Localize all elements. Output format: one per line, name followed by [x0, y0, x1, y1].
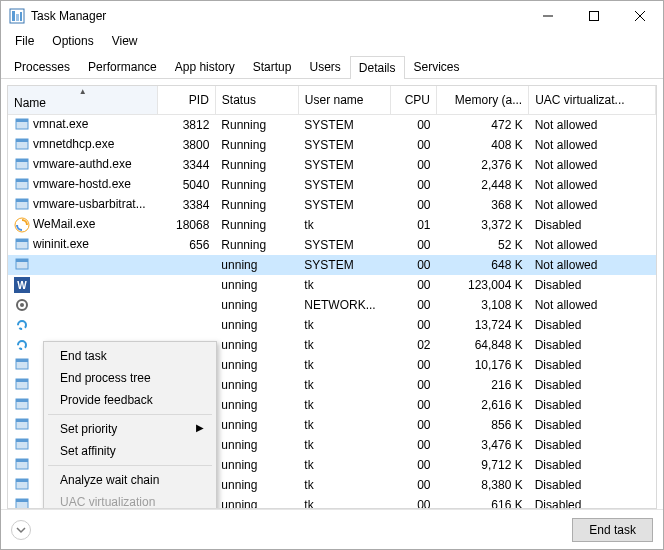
expand-button[interactable]: [11, 520, 31, 540]
process-pid: 3800: [158, 135, 216, 155]
col-header-user[interactable]: User name: [298, 86, 390, 115]
process-icon: [14, 157, 30, 173]
process-name: vmnat.exe: [33, 117, 88, 131]
process-cpu: 00: [390, 475, 436, 495]
process-icon: [14, 137, 30, 153]
process-icon: [14, 117, 30, 133]
submenu-arrow-icon: ▶: [196, 422, 204, 433]
tab-app-history[interactable]: App history: [166, 55, 244, 78]
process-icon: [14, 397, 30, 413]
table-row[interactable]: WeMail.exe18068Runningtk013,372 KDisable…: [8, 215, 656, 235]
process-cpu: 00: [390, 415, 436, 435]
process-cpu: 00: [390, 195, 436, 215]
svg-rect-17: [16, 199, 28, 202]
process-cpu: 00: [390, 455, 436, 475]
process-pid: [158, 295, 216, 315]
footer: End task: [1, 509, 663, 549]
process-uac: Not allowed: [529, 295, 656, 315]
svg-rect-5: [590, 12, 599, 21]
svg-rect-30: [16, 379, 28, 382]
process-cpu: 01: [390, 215, 436, 235]
ctx-separator: [48, 465, 212, 466]
process-uac: Disabled: [529, 395, 656, 415]
menu-options[interactable]: Options: [44, 32, 101, 50]
table-row[interactable]: Wunningtk00123,004 KDisabled: [8, 275, 656, 295]
process-cpu: 00: [390, 315, 436, 335]
process-icon: [14, 217, 30, 233]
tab-processes[interactable]: Processes: [5, 55, 79, 78]
tab-performance[interactable]: Performance: [79, 55, 166, 78]
process-cpu: 00: [390, 255, 436, 275]
process-mem: 8,380 K: [437, 475, 529, 495]
menubar: File Options View: [1, 31, 663, 51]
minimize-button[interactable]: [525, 1, 571, 31]
svg-rect-34: [16, 419, 28, 422]
table-row[interactable]: vmware-usbarbitrat...3384RunningSYSTEM00…: [8, 195, 656, 215]
process-user: tk: [298, 415, 390, 435]
svg-rect-20: [16, 239, 28, 242]
menu-file[interactable]: File: [7, 32, 42, 50]
process-status: unning: [215, 475, 298, 495]
process-table-wrap: ▲Name PID Status User name CPU Memory (a…: [7, 85, 657, 509]
ctx-wait-chain[interactable]: Analyze wait chain: [46, 469, 214, 491]
process-uac: Not allowed: [529, 255, 656, 275]
process-uac: Disabled: [529, 475, 656, 495]
col-header-status[interactable]: Status: [215, 86, 298, 115]
svg-rect-42: [16, 499, 28, 502]
maximize-button[interactable]: [571, 1, 617, 31]
process-cpu: 00: [390, 495, 436, 509]
process-mem: 123,004 K: [437, 275, 529, 295]
process-uac: Disabled: [529, 415, 656, 435]
process-status: unning: [215, 315, 298, 335]
svg-rect-22: [16, 259, 28, 262]
table-row[interactable]: unningtk0013,724 KDisabled: [8, 315, 656, 335]
col-label: Name: [14, 96, 46, 110]
menu-view[interactable]: View: [104, 32, 146, 50]
process-status: Running: [215, 155, 298, 175]
process-user: SYSTEM: [298, 175, 390, 195]
col-header-pid[interactable]: PID: [158, 86, 216, 115]
tab-users[interactable]: Users: [300, 55, 349, 78]
ctx-end-tree[interactable]: End process tree: [46, 367, 214, 389]
process-uac: Disabled: [529, 215, 656, 235]
table-row[interactable]: vmnetdhcp.exe3800RunningSYSTEM00408 KNot…: [8, 135, 656, 155]
process-mem: 2,376 K: [437, 155, 529, 175]
ctx-end-task[interactable]: End task: [46, 345, 214, 367]
process-user: SYSTEM: [298, 135, 390, 155]
content-area: ▲Name PID Status User name CPU Memory (a…: [1, 79, 663, 509]
table-row[interactable]: unningSYSTEM00648 KNot allowed: [8, 255, 656, 275]
process-pid: [158, 255, 216, 275]
process-cpu: 00: [390, 235, 436, 255]
process-user: tk: [298, 475, 390, 495]
end-task-button[interactable]: End task: [572, 518, 653, 542]
process-status: unning: [215, 375, 298, 395]
table-row[interactable]: vmnat.exe3812RunningSYSTEM00472 KNot all…: [8, 115, 656, 136]
svg-rect-13: [16, 159, 28, 162]
table-row[interactable]: unningNETWORK...003,108 KNot allowed: [8, 295, 656, 315]
tab-details[interactable]: Details: [350, 56, 405, 79]
table-row[interactable]: wininit.exe656RunningSYSTEM0052 KNot all…: [8, 235, 656, 255]
process-status: unning: [215, 355, 298, 375]
process-status: unning: [215, 435, 298, 455]
process-icon: [14, 197, 30, 213]
col-header-cpu[interactable]: CPU: [390, 86, 436, 115]
table-row[interactable]: vmware-hostd.exe5040RunningSYSTEM002,448…: [8, 175, 656, 195]
tab-startup[interactable]: Startup: [244, 55, 301, 78]
svg-rect-32: [16, 399, 28, 402]
table-row[interactable]: vmware-authd.exe3344RunningSYSTEM002,376…: [8, 155, 656, 175]
process-status: unning: [215, 275, 298, 295]
close-button[interactable]: [617, 1, 663, 31]
ctx-set-priority[interactable]: Set priority▶: [46, 418, 214, 440]
process-icon: [14, 337, 30, 353]
process-pid: 18068: [158, 215, 216, 235]
ctx-feedback[interactable]: Provide feedback: [46, 389, 214, 411]
col-header-name[interactable]: ▲Name: [8, 86, 158, 115]
process-user: tk: [298, 355, 390, 375]
col-header-memory[interactable]: Memory (a...: [437, 86, 529, 115]
process-name: WeMail.exe: [33, 217, 95, 231]
col-header-uac[interactable]: UAC virtualizat...: [529, 86, 656, 115]
svg-rect-3: [20, 12, 22, 21]
tab-services[interactable]: Services: [405, 55, 469, 78]
process-user: SYSTEM: [298, 235, 390, 255]
ctx-set-affinity[interactable]: Set affinity: [46, 440, 214, 462]
